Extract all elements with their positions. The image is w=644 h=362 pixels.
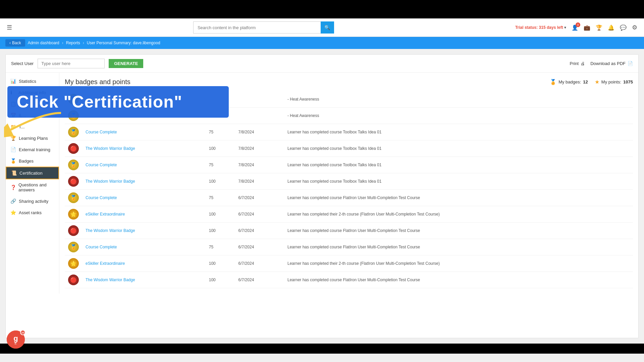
badge-points-cell: 75 bbox=[206, 239, 235, 255]
sidebar-item-certification[interactable]: 📜 Certification bbox=[6, 167, 59, 179]
table-row: 🌟 eSkiller Extraordinaire 100 6/7/2024 L… bbox=[65, 255, 633, 272]
badge-name-cell[interactable]: eSkiller Extraordinaire bbox=[82, 255, 206, 272]
badge-image-cell: 🔴 bbox=[65, 223, 82, 239]
badges-header: My badges and points 🏅 My badges: 12 ★ M… bbox=[65, 78, 633, 86]
badge-desc-cell: - Heat Awareness bbox=[284, 91, 633, 108]
badge-name-cell[interactable]: The Wisdom Warrior Badge bbox=[82, 272, 206, 288]
bottom-black-bar bbox=[0, 344, 644, 354]
table-row: 🏅 Course Complete 75 7/8/2024 Learner ha… bbox=[65, 124, 633, 140]
breadcrumb-reports[interactable]: Reports bbox=[66, 41, 80, 45]
generate-button[interactable]: GENERATE bbox=[109, 59, 143, 68]
sidebar-item-training-material[interactable]: 📁 T... bbox=[6, 121, 59, 132]
table-row: 🏅 - Heat Awareness bbox=[65, 91, 633, 108]
external-training-icon: 📄 bbox=[10, 147, 16, 152]
badge-points-cell: 75 bbox=[206, 124, 235, 140]
badge-image-cell: 🌟 bbox=[65, 255, 82, 272]
training-icon: 📁 bbox=[10, 124, 16, 129]
print-label: Print bbox=[570, 61, 579, 66]
content-panel: Select User GENERATE Print 🖨 Download as… bbox=[5, 54, 639, 338]
breadcrumb-admin[interactable]: Admin dashboard bbox=[28, 41, 59, 45]
back-button[interactable]: ‹ Back bbox=[5, 39, 25, 47]
sidebar-item-learning-plans[interactable]: 🏆 Learning Plans bbox=[6, 132, 59, 144]
badge-name-cell[interactable]: The Wisdom Warrior Badge bbox=[82, 223, 206, 239]
sidebar-label-ilt: IL... bbox=[19, 113, 26, 118]
badge-points-cell: 100 bbox=[206, 255, 235, 272]
chat-icon[interactable]: 💬 bbox=[620, 24, 627, 31]
badge-desc-cell: Learner has completed course Toolbox Tal… bbox=[284, 173, 633, 190]
badge-name-cell bbox=[82, 91, 206, 108]
badge-date-cell: 7/8/2024 bbox=[235, 140, 284, 157]
sidebar-item-ilt[interactable]: 📅 IL... bbox=[6, 110, 59, 121]
badge-desc-cell: - Heat Awareness bbox=[284, 108, 633, 124]
users-icon[interactable]: 👤 0 bbox=[572, 24, 578, 31]
sidebar-label-questions: Questions and answers bbox=[18, 182, 54, 192]
badge-desc-cell: Learner has completed course Toolbox Tal… bbox=[284, 124, 633, 140]
table-row: 🏅 Course Complete 75 6/7/2024 Learner ha… bbox=[65, 190, 633, 206]
sidebar-item-questions[interactable]: ❓ Questions and answers bbox=[6, 179, 59, 195]
badge-date-cell: 6/7/2024 bbox=[235, 206, 284, 223]
sidebar-item-asset-ranks[interactable]: ⭐ Asset ranks bbox=[6, 207, 59, 218]
badge-desc-cell: Learner has completed their 2-th course … bbox=[284, 206, 633, 223]
bell-icon[interactable]: 🔔 bbox=[608, 24, 614, 31]
print-button[interactable]: Print 🖨 bbox=[570, 61, 585, 66]
badge-name-cell[interactable]: Course Complete bbox=[82, 190, 206, 206]
top-black-bar bbox=[0, 0, 644, 18]
trial-status: Trial status: 315 days left ▾ bbox=[515, 25, 566, 30]
badge-date-cell: 6/7/2024 bbox=[235, 272, 284, 288]
table-row: 🏅 Course Complete 75 6/7/2024 Learner ha… bbox=[65, 239, 633, 255]
badge-name-cell[interactable]: Course Complete bbox=[82, 239, 206, 255]
g2-badge[interactable]: 20 g 2. bbox=[7, 330, 25, 349]
badge-points-cell: 75 bbox=[206, 157, 235, 173]
badge-image-cell: 🔴 bbox=[65, 173, 82, 190]
badge-name-cell[interactable]: eSkiller Extraordinaire bbox=[82, 206, 206, 223]
top-controls: Select User GENERATE Print 🖨 Download as… bbox=[6, 55, 638, 73]
trophy-icon[interactable]: 🏆 bbox=[596, 24, 602, 31]
badge-points-cell: 100 bbox=[206, 206, 235, 223]
badge-name-cell[interactable]: The Wisdom Warrior Badge bbox=[82, 173, 206, 190]
badge-name-cell[interactable]: Course Complete bbox=[82, 157, 206, 173]
badge-name-cell[interactable]: The Wisdom Warrior Badge bbox=[82, 140, 206, 157]
table-row: 🌟 eSkiller Extraordinaire 100 6/7/2024 L… bbox=[65, 206, 633, 223]
header-right: Trial status: 315 days left ▾ 👤 0 💼 🏆 🔔 … bbox=[515, 24, 637, 31]
sidebar-item-external-training[interactable]: 📄 External training bbox=[6, 144, 59, 155]
sidebar-item-badges[interactable]: 🏅 Badges bbox=[6, 155, 59, 167]
download-button[interactable]: Download as PDF 📄 bbox=[590, 61, 633, 66]
badge-image-cell: 🔴 bbox=[65, 272, 82, 288]
table-row: 🔴 The Wisdom Warrior Badge 100 7/8/2024 … bbox=[65, 173, 633, 190]
badge-points-cell: 75 bbox=[206, 190, 235, 206]
sidebar-label-additional-info: Additional info bbox=[18, 90, 46, 95]
pdf-icon: 📄 bbox=[628, 61, 633, 66]
briefcase-icon[interactable]: 💼 bbox=[584, 24, 590, 31]
badge-points-cell bbox=[206, 91, 235, 108]
g2-badge[interactable]: 20 g 2. bbox=[7, 330, 25, 349]
badge-image-cell: 🏅 bbox=[65, 190, 82, 206]
sidebar-label-training: T... bbox=[19, 124, 24, 129]
sidebar-item-statistics[interactable]: 📊 Statistics bbox=[6, 75, 59, 87]
sidebar-label-asset-ranks: Asset ranks bbox=[19, 210, 42, 215]
badge-image-cell: 🔴 bbox=[65, 140, 82, 157]
user-input[interactable] bbox=[38, 59, 105, 68]
questions-icon: ❓ bbox=[10, 185, 16, 190]
my-badges-count: 🏅 My badges: 12 bbox=[550, 79, 588, 85]
badge-desc-cell: Learner has completed their 2-th course … bbox=[284, 255, 633, 272]
badge-desc-cell: Learner has completed course FlatIron Us… bbox=[284, 239, 633, 255]
gear-icon[interactable]: ⚙ bbox=[632, 24, 637, 31]
sidebar-label-badges: Badges bbox=[19, 159, 34, 164]
hamburger-icon[interactable]: ☰ bbox=[7, 24, 12, 31]
badge-points-cell: 100 bbox=[206, 173, 235, 190]
search-button[interactable]: 🔍 bbox=[321, 21, 334, 34]
badge-name-cell[interactable]: Course Complete bbox=[82, 124, 206, 140]
badge-points-cell bbox=[206, 108, 235, 124]
badges-table: 🏅 - Heat Awareness 🏅 - Heat Awareness 🏅 … bbox=[65, 91, 633, 288]
badge-image-cell: 🏅 bbox=[65, 239, 82, 255]
badge-date-cell bbox=[235, 91, 284, 108]
badge-image-cell: 🏅 bbox=[65, 108, 82, 124]
badge-image-cell: 🏅 bbox=[65, 157, 82, 173]
sidebar-item-courses[interactable]: 📋 C... bbox=[6, 98, 59, 110]
sidebar-item-additional-info[interactable]: ℹ Additional info bbox=[6, 87, 59, 98]
table-row: 🏅 - Heat Awareness bbox=[65, 108, 633, 124]
badge-date-cell: 6/7/2024 bbox=[235, 239, 284, 255]
sidebar-item-sharing-activity[interactable]: 🔗 Sharing activity bbox=[6, 195, 59, 207]
badge-date-cell: 6/7/2024 bbox=[235, 190, 284, 206]
search-input[interactable] bbox=[193, 21, 321, 34]
